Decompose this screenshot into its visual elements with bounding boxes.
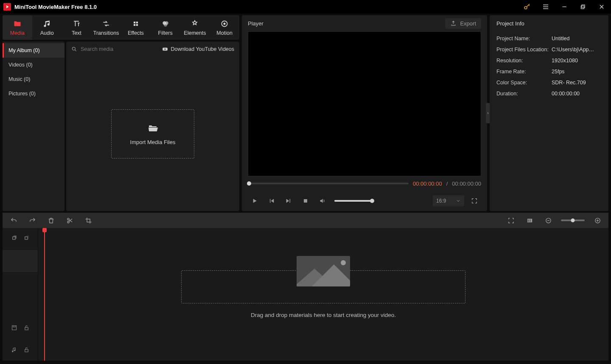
undo-button[interactable] [8,214,20,226]
add-track-button[interactable] [11,235,17,243]
playhead[interactable] [44,228,45,361]
chevron-down-icon [456,198,461,203]
aspect-ratio-select[interactable]: 16:9 [433,195,464,206]
volume-slider[interactable] [334,200,373,202]
tab-transitions[interactable]: Transitions [91,15,121,40]
tab-audio-label: Audio [40,30,54,36]
next-frame-icon [285,197,292,204]
zoom-to-fit-button[interactable] [524,214,535,226]
delete-button[interactable] [45,214,57,226]
redo-button[interactable] [26,214,38,226]
album-pictures[interactable]: Pictures (0) [3,86,64,101]
zoom-out-button[interactable] [542,214,554,226]
import-media-button[interactable]: Import Media Files [111,109,194,158]
fit-view-button[interactable] [505,214,517,226]
album-videos[interactable]: Videos (0) [3,58,64,72]
hamburger-menu-button[interactable] [536,0,555,14]
scrub-slider[interactable] [248,183,409,184]
save-icon [11,325,17,331]
music-note-icon [11,347,17,353]
info-row-colorspace: Color Space:SDR- Rec.709 [496,77,602,88]
svg-point-1 [524,6,527,9]
info-row-framerate: Frame Rate:25fps [496,66,602,77]
project-info-list: Project Name:Untitled Project Files Loca… [490,31,608,101]
unlock-icon [23,347,30,353]
track-text-header[interactable] [3,250,38,272]
track-video-header[interactable] [3,317,38,339]
tab-effects[interactable]: Effects [121,15,151,40]
tab-media[interactable]: Media [3,15,32,40]
close-button[interactable] [592,0,611,14]
svg-point-12 [224,23,225,24]
volume-button[interactable] [316,194,329,208]
info-row-duration: Duration:00:00:00:00 [496,88,602,99]
stop-button[interactable] [299,194,312,208]
crop-button[interactable] [82,214,94,226]
left-panel: Media Audio Text Transitions Effects Fil… [3,15,239,211]
album-my-album[interactable]: My Album (0) [3,43,64,58]
tab-text[interactable]: Text [62,15,92,40]
zoom-slider[interactable] [561,220,585,221]
player-title: Player [248,20,263,27]
info-row-resolution: Resolution:1920x1080 [496,55,602,66]
tab-filters-label: Filters [158,30,173,36]
maximize-button[interactable] [574,0,592,14]
split-button[interactable] [64,214,76,226]
track-area[interactable]: Drag and drop materials here to start cr… [38,228,608,361]
svg-rect-4 [134,22,135,23]
folder-icon [13,19,22,28]
svg-rect-29 [12,237,15,239]
text-icon [72,19,81,28]
minimize-button[interactable] [555,0,574,14]
album-music[interactable]: Music (0) [3,72,64,86]
fullscreen-button[interactable] [468,194,481,208]
minimize-icon [561,3,568,10]
player-panel: Player Export 00:00:00:00 / 00:00:00:00 [242,15,487,211]
remove-track-button[interactable] [23,235,30,243]
layer-remove-icon [23,235,30,242]
tab-media-label: Media [10,30,25,36]
placeholder-image-icon [297,256,350,286]
svg-rect-2 [582,5,585,8]
tab-transitions-label: Transitions [93,30,119,36]
info-row-name: Project Name:Untitled [496,33,602,44]
prev-frame-button[interactable] [265,194,278,208]
play-button[interactable] [248,194,261,208]
current-time: 00:00:00:00 [413,181,442,187]
player-canvas[interactable] [248,31,481,176]
next-frame-button[interactable] [282,194,295,208]
fit-icon [507,217,515,224]
upgrade-key-button[interactable] [518,0,536,14]
unlock-icon [23,325,30,331]
search-media[interactable] [71,46,158,52]
svg-rect-32 [25,327,28,330]
redo-icon [29,217,36,224]
svg-rect-33 [25,349,28,352]
stop-icon [302,197,309,204]
svg-rect-7 [136,24,138,25]
scrub-thumb[interactable] [247,181,251,186]
zoom-fit-icon [526,217,533,224]
tab-text-label: Text [72,30,81,36]
search-input[interactable] [81,46,147,52]
search-icon [71,46,77,52]
close-icon [598,3,605,10]
track-audio-header[interactable] [3,339,38,361]
tab-elements[interactable]: Elements [180,15,210,40]
fullscreen-icon [471,197,478,204]
zoom-in-button[interactable] [591,214,603,226]
tab-motion[interactable]: Motion [210,15,239,40]
svg-rect-5 [136,22,138,23]
tab-filters[interactable]: Filters [151,15,180,40]
crop-icon [85,217,92,224]
import-media-label: Import Media Files [130,139,176,145]
tab-audio[interactable]: Audio [32,15,62,40]
info-collapse-handle[interactable] [486,103,490,123]
export-button[interactable]: Export [445,18,481,29]
plus-icon [594,217,601,224]
undo-icon [10,217,17,224]
tab-elements-label: Elements [184,30,206,36]
app-logo-icon [3,3,11,11]
download-youtube-link[interactable]: Download YouTube Videos [162,46,234,52]
aspect-ratio-value: 16:9 [436,198,446,204]
